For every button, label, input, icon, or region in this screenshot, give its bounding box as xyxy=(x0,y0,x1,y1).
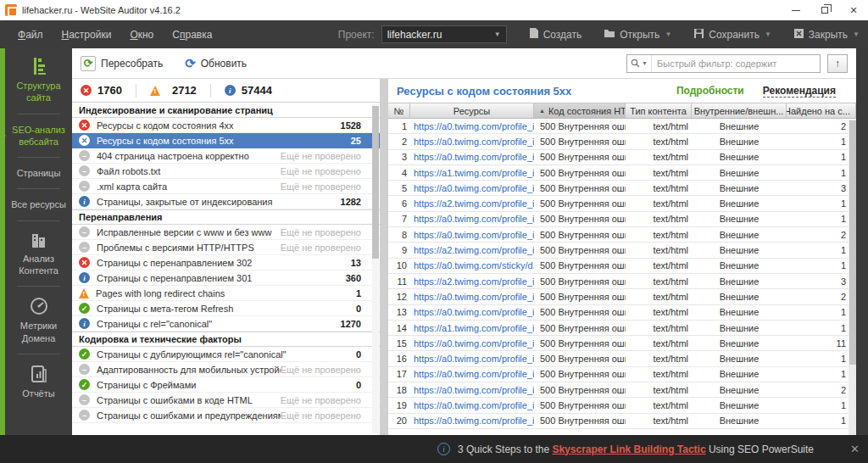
factor-row[interactable]: ✓Страницы с Фреймами0 xyxy=(72,377,380,393)
factor-row[interactable]: ✓Страницы с мета-тегом Refresh0 xyxy=(72,301,380,316)
rebuild-button[interactable]: ⟳ Пересобрать xyxy=(81,56,163,71)
sidebar-item-5[interactable]: Метрики Домена xyxy=(5,288,72,352)
sidebar-item-1[interactable]: SEO-анализ вебсайта xyxy=(5,116,72,156)
factor-label: .xml карта сайта xyxy=(97,181,281,192)
project-dropdown[interactable]: lifehacker.ru ▼ xyxy=(381,25,507,43)
factor-row[interactable]: –Проблемы с версиями HTTP/HTTPSЕщё не пр… xyxy=(72,240,380,255)
factor-row[interactable]: iСтраницы с rel="canonical"1270 xyxy=(72,316,380,332)
column-header-5[interactable]: Найдено на с... xyxy=(787,103,856,118)
table-row[interactable]: 16https://a0.twimg.com/profile_i...500 В… xyxy=(388,351,856,366)
table-row[interactable]: 1https://a0.twimg.com/profile_i...500 Вн… xyxy=(388,119,856,134)
column-header-0[interactable]: № xyxy=(388,103,410,118)
column-header-3[interactable]: Тип контента xyxy=(626,103,692,118)
resource-url-link[interactable]: https://a0.twimg.com/profile_i... xyxy=(410,214,534,224)
resource-url-link[interactable]: https://a1.twimg.com/profile_i... xyxy=(410,168,534,178)
table-row[interactable]: 4https://a1.twimg.com/profile_i...500 Вн… xyxy=(388,165,856,181)
table-row[interactable]: 8https://a0.twimg.com/profile_i...500 Вн… xyxy=(388,227,856,243)
table-row[interactable]: 12https://a0.twimg.com/profile_i...500 В… xyxy=(388,289,856,304)
sidebar-item-4[interactable]: Анализ Контента xyxy=(5,223,72,285)
scrollbar-thumb[interactable] xyxy=(372,106,379,259)
resource-url-link[interactable]: https://a0.twimg.com/profile_i... xyxy=(410,230,534,240)
table-row[interactable]: 15https://a0.twimg.com/profile_i...500 В… xyxy=(388,336,856,351)
resource-url-link[interactable]: https://a0.twimg.com/profile_i... xyxy=(410,400,534,410)
table-row[interactable]: 14https://a1.twimg.com/profile_i...500 В… xyxy=(388,321,856,336)
resource-url-link[interactable]: https://a0.twimg.com/profile_i... xyxy=(410,183,534,193)
resource-url-link[interactable]: https://a0.twimg.com/profile_i... xyxy=(410,385,534,395)
table-scrollbar[interactable] xyxy=(849,120,856,435)
details-link[interactable]: Подробности xyxy=(676,85,744,97)
search-mode-button[interactable]: ▼ xyxy=(627,55,652,72)
column-header-1[interactable]: Ресурсы xyxy=(410,103,534,118)
apply-filter-button[interactable]: ↑ xyxy=(827,54,848,73)
resource-url-link[interactable]: https://a0.twimg.com/profile_i... xyxy=(410,152,534,162)
resource-url-link[interactable]: https://a2.twimg.com/profile_i... xyxy=(410,276,534,287)
factor-row[interactable]: –Страницы с ошибками и предупреждениями … xyxy=(72,408,380,423)
resource-url-link[interactable]: https://a0.twimg.com/profile_i... xyxy=(410,369,534,379)
table-row[interactable]: 20https://a0.twimg.com/profile_i...500 В… xyxy=(388,414,856,429)
resource-url-link[interactable]: https://a0.twimg.com/profile_i... xyxy=(410,338,534,349)
factor-row[interactable]: –Страницы с ошибками в коде HTMLЕщё не п… xyxy=(72,393,380,408)
close-button[interactable]: ✕ xyxy=(839,0,868,20)
menu-item-3[interactable]: Справка xyxy=(163,29,221,41)
resource-url-link[interactable]: https://a0.twimg.com/profile_i... xyxy=(410,137,534,147)
factor-row[interactable]: ✕Ресурсы с кодом состояния 4xx1528 xyxy=(72,118,380,133)
scrollbar-thumb[interactable] xyxy=(849,120,856,365)
promo-link[interactable]: Skyscraper Link Building Tactic xyxy=(552,443,705,455)
factor-row[interactable]: –404 страница настроена корректноЕщё не … xyxy=(72,148,380,164)
create-project-button[interactable]: Создать xyxy=(529,27,582,42)
save-project-button[interactable]: Сохранить▼ xyxy=(693,27,771,42)
open-project-button[interactable]: Открыть▼ xyxy=(604,27,671,42)
column-header-4[interactable]: Внутренние/внешн... xyxy=(692,103,787,118)
column-label: Код состояния HTTP xyxy=(548,106,626,116)
resource-url-link[interactable]: https://a0.twimg.com/profile_i... xyxy=(410,121,534,131)
menu-item-1[interactable]: Настройки xyxy=(53,29,121,41)
table-row[interactable]: 3https://a0.twimg.com/profile_i...500 Вн… xyxy=(388,150,856,165)
resource-url-link[interactable]: https://a0.twimg.com/profile_i... xyxy=(410,307,534,317)
sidebar-item-2[interactable]: Страницы xyxy=(5,159,72,187)
table-row[interactable]: 5https://a0.twimg.com/profile_i...500 Вн… xyxy=(388,181,856,196)
factor-value: Ещё не проверено xyxy=(281,181,373,192)
table-row[interactable]: 18https://a0.twimg.com/profile_i...500 В… xyxy=(388,382,856,398)
table-row[interactable]: 2https://a0.twimg.com/profile_i...500 Вн… xyxy=(388,134,856,149)
table-row[interactable]: 9https://a2.twimg.com/profile_i...500 Вн… xyxy=(388,243,856,258)
menu-item-0[interactable]: Файл xyxy=(8,29,53,41)
factor-row[interactable]: –Файл robots.txtЕщё не проверено xyxy=(72,164,380,179)
table-row[interactable]: 7https://a0.twimg.com/profile_i...500 Вн… xyxy=(388,212,856,227)
factor-row[interactable]: –.xml карта сайтаЕщё не проверено xyxy=(72,179,380,194)
sidebar-item-6[interactable]: Отчёты xyxy=(5,356,72,407)
table-row[interactable]: 10https://a0.twimg.com/sticky/d...500 Вн… xyxy=(388,259,856,274)
resource-url-link[interactable]: https://a2.twimg.com/profile_i... xyxy=(410,245,534,255)
recommendation-link[interactable]: Рекомендация xyxy=(763,85,836,98)
menu-item-2[interactable]: Окно xyxy=(120,29,163,41)
resource-url-link[interactable]: https://a0.twimg.com/profile_i... xyxy=(410,292,534,302)
promo-close-button[interactable]: ✕ xyxy=(850,443,860,455)
table-row[interactable]: 19https://a0.twimg.com/profile_i...500 В… xyxy=(388,398,856,413)
resource-url-link[interactable]: https://a0.twimg.com/profile_i... xyxy=(410,416,534,426)
restore-button[interactable] xyxy=(810,0,839,20)
factor-row[interactable]: ✓Страницы с дублирующимся rel="canonical… xyxy=(72,347,380,362)
column-header-2[interactable]: ▲Код состояния HTTP xyxy=(534,103,626,118)
unchecked-icon: – xyxy=(79,410,90,421)
table-row[interactable]: 17https://a0.twimg.com/profile_i...500 В… xyxy=(388,367,856,382)
factors-scrollbar[interactable] xyxy=(372,104,379,433)
update-button[interactable]: ⟳ Обновить xyxy=(185,56,247,71)
minimize-button[interactable] xyxy=(782,0,810,20)
table-row[interactable]: 6https://a2.twimg.com/profile_i...500 Вн… xyxy=(388,196,856,211)
factor-row[interactable]: ✕Страницы с перенаправлением 30213 xyxy=(72,255,380,271)
factor-row[interactable]: iСтраницы, закрытые от индексирования128… xyxy=(72,194,380,209)
table-row[interactable]: 13https://a0.twimg.com/profile_i...500 В… xyxy=(388,305,856,321)
factor-row[interactable]: ✕Ресурсы с кодом состояния 5xx25 xyxy=(72,133,380,148)
close-project-button[interactable]: Закрыть▼ xyxy=(793,27,860,42)
sidebar-item-0[interactable]: Структура сайта xyxy=(5,48,72,112)
resource-url-link[interactable]: https://a0.twimg.com/sticky/d... xyxy=(410,260,534,271)
factor-row[interactable]: –Исправленные версии с www и без wwwЕщё … xyxy=(72,225,380,240)
sidebar-item-3[interactable]: Все ресурсы xyxy=(5,191,72,218)
resource-url-link[interactable]: https://a2.twimg.com/profile_i... xyxy=(410,198,534,209)
factor-row[interactable]: iСтраницы с перенаправлением 301360 xyxy=(72,271,380,286)
resource-url-link[interactable]: https://a0.twimg.com/profile_i... xyxy=(410,354,534,364)
quick-filter-input[interactable] xyxy=(652,55,820,72)
factor-row[interactable]: Pages with long redirect chains1 xyxy=(72,286,380,301)
resource-url-link[interactable]: https://a1.twimg.com/profile_i... xyxy=(410,323,534,333)
factor-row[interactable]: –Адаптированность для мобильных устройст… xyxy=(72,362,380,377)
table-row[interactable]: 11https://a2.twimg.com/profile_i...500 В… xyxy=(388,274,856,289)
